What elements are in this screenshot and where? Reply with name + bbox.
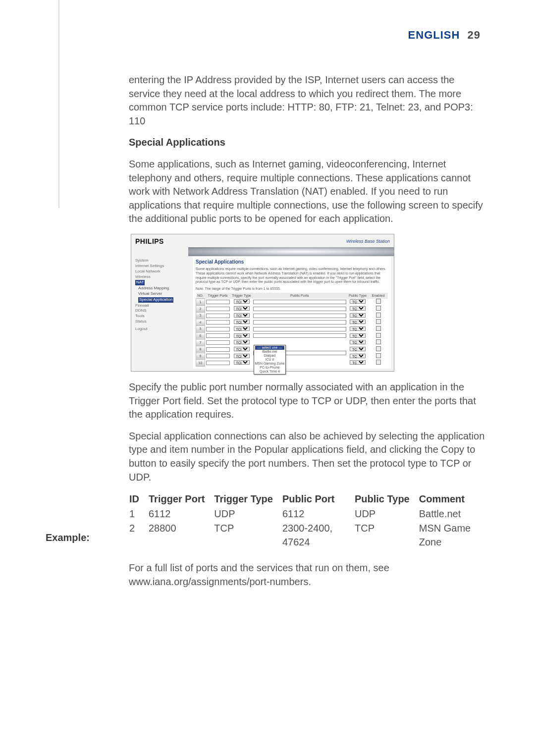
section-heading: Special Applications [129,136,485,150]
ex-col-public-port: Public Port [282,492,354,507]
ex-col-trigger-type: Trigger Type [214,492,282,507]
trigger-type-select[interactable]: TCP [234,299,250,304]
trigger-port-input[interactable] [206,307,230,311]
ex-col-public-type: Public Type [354,492,419,507]
closing-url: www.iana.org/assignments/port-numbers. [129,576,311,587]
nav-status[interactable]: Status [135,319,191,324]
popular-app-option[interactable]: ICU II [255,358,285,362]
enabled-checkbox[interactable] [376,306,381,311]
ex-comment: Battle.net [419,507,485,522]
page-number: 29 [468,29,481,41]
enabled-checkbox[interactable] [376,353,381,358]
enabled-checkbox[interactable] [376,319,381,324]
trigger-port-input[interactable] [206,300,230,304]
main-panel: Special Applications Some applications r… [193,257,391,369]
col-public-type: Public Type [347,293,369,299]
public-port-input[interactable] [253,333,346,338]
public-type-select[interactable]: TCP [350,347,366,351]
language-label: ENGLISH [408,29,460,41]
public-type-select[interactable]: TCP [350,340,366,344]
popular-apps-dropdown[interactable]: — select one — Battle.net Dialpad ICU II… [254,345,286,375]
public-port-input[interactable] [253,320,346,324]
trigger-type-select[interactable]: TCP [234,326,250,331]
ex-public-port: 6112 [282,507,354,522]
col-no: NO. [196,293,205,299]
table-row: 3TCPTCP [196,312,388,319]
popular-app-option[interactable]: MSN Gaming Zone [255,362,285,366]
enabled-checkbox[interactable] [376,339,381,344]
nav-virtual-server[interactable]: Virtual Server [138,291,191,297]
closing-paragraph: For a full list of ports and the service… [129,561,485,589]
sidebar-nav: System Internet Settings Local Network W… [131,256,193,372]
trigger-type-select[interactable]: TCP [234,340,250,344]
nav-firewall[interactable]: Firewall [135,303,191,309]
ex-comment: MSN Game Zone [419,521,485,549]
popular-app-option[interactable]: PC-to-Phone [255,366,285,370]
public-type-select[interactable]: TCP [350,320,366,324]
trigger-type-select[interactable]: TCP [234,360,250,365]
nav-ddns[interactable]: DDNS [135,308,191,314]
trigger-type-select[interactable]: TCP [234,313,250,318]
trigger-port-input[interactable] [206,361,230,365]
nav-nat[interactable]: NAT [135,280,145,285]
embedded-screenshot: PHILIPS Wireless Base Station System Int… [131,234,394,372]
example-row: 1 6112 UDP 6112 UDP Battle.net [129,507,485,522]
table-row: 7TCP — select one — Battle.net Dialpad I… [196,339,388,346]
popular-app-option[interactable]: Battle.net [255,350,285,354]
enabled-checkbox[interactable] [376,326,381,331]
trigger-port-input[interactable] [206,347,230,352]
panel-note: Note: The range of the Trigger Ports is … [196,286,388,291]
trigger-port-input[interactable] [206,333,230,338]
ex-trigger-port: 6112 [148,507,214,522]
ex-public-port: 2300-2400, 47624 [282,521,354,549]
public-type-select[interactable]: TCP [350,333,366,338]
nav-logout[interactable]: Logout [135,326,191,332]
ex-public-type: TCP [354,521,419,549]
popular-app-option[interactable]: Quick Time 4 [255,370,285,374]
enabled-checkbox[interactable] [376,313,381,318]
public-type-select[interactable]: TCP [350,313,366,318]
trigger-type-select[interactable]: TCP [234,354,250,358]
public-port-input[interactable] [253,327,346,331]
public-type-select[interactable]: TCP [350,354,366,358]
enabled-checkbox[interactable] [376,299,381,304]
trigger-port-input[interactable] [206,320,230,324]
popular-app-option[interactable]: Dialpad [255,354,285,358]
public-type-select[interactable]: TCP [350,326,366,331]
popular-app-option[interactable]: — select one — [255,346,285,350]
public-port-input[interactable] [253,307,346,311]
enabled-checkbox[interactable] [376,333,381,338]
nav-system[interactable]: System [135,258,191,264]
nav-special-application[interactable]: Special Application [138,297,173,303]
enabled-checkbox[interactable] [376,360,381,365]
public-type-select[interactable]: TCP [350,360,366,365]
trigger-port-input[interactable] [206,354,230,358]
public-port-input[interactable] [253,314,346,318]
trigger-type-select[interactable]: TCP [234,347,250,351]
ex-id: 2 [129,521,148,549]
intro-paragraph: entering the IP Address provided by the … [129,73,485,128]
public-port-input[interactable] [253,300,346,304]
brand-logo: PHILIPS [135,237,164,246]
example-table: ID Trigger Port Trigger Type Public Port… [129,492,485,549]
table-row: 4TCPTCP [196,319,388,326]
enabled-checkbox[interactable] [376,346,381,351]
trigger-port-input[interactable] [206,327,230,331]
trigger-type-select[interactable]: TCP [234,306,250,311]
public-type-select[interactable]: TCP [350,306,366,311]
ex-public-type: UDP [354,507,419,522]
trigger-type-select[interactable]: TCP [234,333,250,338]
trigger-type-select[interactable]: TCP [234,320,250,324]
nav-wireless[interactable]: Wireless [135,274,191,280]
trigger-port-input[interactable] [206,314,230,318]
example-label: Example: [46,532,90,543]
para-after-2: Special application connections can also… [129,430,485,484]
trigger-port-input[interactable] [206,340,230,345]
nav-address-mapping[interactable]: Address Mapping [138,286,191,291]
nav-tools[interactable]: Tools [135,314,191,319]
public-type-select[interactable]: TCP [350,299,366,304]
nav-local-network[interactable]: Local Network [135,269,191,274]
page-header: ENGLISH 29 [408,29,481,42]
nav-internet-settings[interactable]: Internet Settings [135,264,191,269]
para-after-1: Specify the public port number normally … [129,380,485,422]
